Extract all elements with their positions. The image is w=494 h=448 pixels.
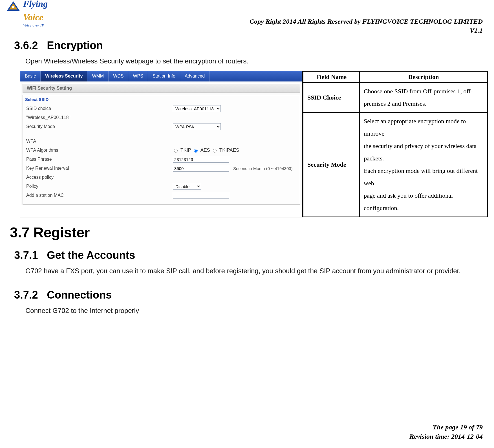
router-subheader: WIFI Security Setting <box>23 84 300 93</box>
encryption-table: Basic Wireless Security WMM WDS WPS Stat… <box>20 71 488 217</box>
desc-row-field: SSID Choice <box>303 83 360 112</box>
desc-row-text: Select an appropriate encryption mode to… <box>360 112 488 217</box>
heading-372-title: Connections <box>47 289 112 301</box>
tab-station-info[interactable]: Station Info <box>148 71 180 81</box>
heading-362-num: 3.6.2 <box>14 39 38 51</box>
label-ssid-quoted: "Wireless_AP001118" <box>26 115 173 120</box>
panel-legend: Select SSID <box>25 97 296 102</box>
label-policy: Policy <box>26 184 173 189</box>
heading-371-title: Get the Accounts <box>47 249 135 261</box>
heading-372: 3.7.2 Connections <box>14 289 483 301</box>
tab-wireless-security[interactable]: Wireless Security <box>41 71 87 81</box>
tab-advanced[interactable]: Advanced <box>180 71 209 81</box>
subtext-372: Connect G702 to the Internet properly <box>25 307 483 315</box>
heading-37-num: 3.7 <box>10 225 30 240</box>
version-line: V1.1 <box>250 26 483 35</box>
radio-aes-label: AES <box>200 147 210 153</box>
heading-371: 3.7.1 Get the Accounts <box>14 249 483 261</box>
key-renewal-input[interactable] <box>173 165 229 172</box>
label-ssid-choice: SSID choice <box>26 106 173 111</box>
field-description-table: Field Name Description SSID Choice Choos… <box>303 71 488 217</box>
subtext-362: Open Wireless/Wireless Security webpage … <box>25 57 483 65</box>
label-security-mode: Security Mode <box>26 124 173 129</box>
subtext-371: G702 have a FXS port, you can use it to … <box>25 267 483 275</box>
radio-aes[interactable] <box>194 149 198 153</box>
radio-tkipaes-label: TKIPAES <box>219 147 239 153</box>
heading-372-num: 3.7.2 <box>14 289 38 301</box>
desc-header-description: Description <box>360 71 488 83</box>
label-key-renewal: Key Renewal Interval <box>26 166 173 171</box>
radio-tkipaes[interactable] <box>213 149 217 153</box>
heading-37-title: Register <box>33 225 90 240</box>
heading-362: 3.6.2 Encryption <box>14 39 483 52</box>
key-renewal-after: Second in Month (0 ~ 4194303) <box>233 166 293 171</box>
heading-362-title: Encryption <box>47 39 103 51</box>
svg-point-0 <box>12 6 15 8</box>
brand-name-1: Flying <box>23 0 48 9</box>
footer-page-line: The page 19 of 79 <box>409 423 483 432</box>
tab-wds[interactable]: WDS <box>109 71 128 81</box>
desc-row-text: Choose one SSID from Off-premises 1, off… <box>360 83 488 112</box>
policy-select[interactable]: Disable <box>173 183 201 190</box>
desc-row-field: Security Mode <box>303 112 360 217</box>
logo-mark-icon <box>6 0 21 12</box>
heading-37: 3.7 Register <box>10 224 483 241</box>
label-pass-phrase: Pass Phrase <box>26 157 173 162</box>
radio-tkip[interactable] <box>174 149 178 153</box>
copyright-line: Copy Right 2014 All Rights Reserved by F… <box>250 17 483 26</box>
label-access-policy: Access policy <box>26 175 173 180</box>
tab-basic[interactable]: Basic <box>20 71 41 81</box>
security-mode-select[interactable]: WPA-PSK <box>173 123 221 130</box>
brand-logo: Flying Voice Voice over IP <box>6 0 48 28</box>
heading-371-num: 3.7.1 <box>14 249 38 261</box>
brand-name-2: Voice <box>23 12 43 22</box>
desc-header-field: Field Name <box>303 71 360 83</box>
router-tabs: Basic Wireless Security WMM WDS WPS Stat… <box>20 71 302 81</box>
tab-wmm[interactable]: WMM <box>87 71 109 81</box>
radio-tkip-label: TKIP <box>180 147 191 153</box>
router-ui-screenshot: Basic Wireless Security WMM WDS WPS Stat… <box>20 71 302 205</box>
label-wpa-algorithms: WPA Algorithms <box>26 148 173 153</box>
router-panel: Select SSID SSID choice Wireless_AP00111… <box>23 95 300 205</box>
add-station-mac-input[interactable] <box>173 192 229 199</box>
tab-wps[interactable]: WPS <box>128 71 148 81</box>
footer-revision-line: Revision time: 2014-12-04 <box>409 432 483 441</box>
label-wpa: WPA <box>26 139 173 144</box>
ssid-choice-select[interactable]: Wireless_AP001118 <box>173 105 221 112</box>
label-add-station-mac: Add a station MAC <box>26 193 173 198</box>
pass-phrase-input[interactable] <box>173 156 229 163</box>
brand-subtitle: Voice over IP <box>23 23 44 27</box>
